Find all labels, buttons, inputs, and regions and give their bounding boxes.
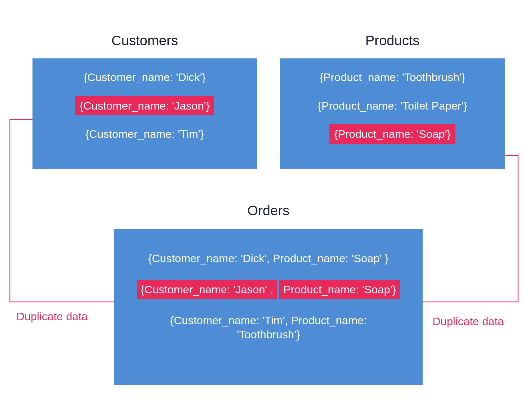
customers-row-0-wrap: {Customer_name: 'Dick'} <box>39 68 250 87</box>
customers-row-2: {Customer_name: 'Tim'} <box>81 124 208 144</box>
products-row-1: {Product_name: 'Toilet Paper'} <box>313 96 472 116</box>
orders-row-1-right: Product_name: 'Soap'} <box>279 280 400 299</box>
orders-row-0: {Customer_name: 'Dick', Product_name: 'S… <box>121 249 416 268</box>
customers-row-2-wrap: {Customer_name: 'Tim'} <box>39 124 250 144</box>
products-row-2: {Product_name: 'Soap'} <box>329 124 455 144</box>
orders-box: {Customer_name: 'Dick', Product_name: 'S… <box>114 229 423 385</box>
products-row-2-wrap: {Product_name: 'Soap'} <box>287 124 498 144</box>
customers-box: {Customer_name: 'Dick'} {Customer_name: … <box>32 58 257 169</box>
orders-row-1-left: {Customer_name: 'Jason' , <box>137 280 277 299</box>
diagram-canvas: Customers {Customer_name: 'Dick'} {Custo… <box>0 0 525 420</box>
orders-row-2: {Customer_name: 'Tim', Product_name: 'To… <box>121 311 416 344</box>
products-row-0-wrap: {Product_name: 'Toothbrush'} <box>287 68 498 87</box>
products-title: Products <box>280 33 505 49</box>
duplicate-label-right: Duplicate data <box>432 315 504 328</box>
orders-row-0-text: {Customer_name: 'Dick', Product_name: 'S… <box>144 249 393 268</box>
customers-title: Customers <box>32 33 257 49</box>
customers-row-1-wrap: {Customer_name: 'Jason'} <box>39 96 250 116</box>
products-row-0: {Product_name: 'Toothbrush'} <box>315 68 470 87</box>
products-box: {Product_name: 'Toothbrush'} {Product_na… <box>280 58 505 169</box>
orders-row-1: {Customer_name: 'Jason' , Product_name: … <box>121 280 416 299</box>
orders-title: Orders <box>114 203 423 219</box>
customers-row-0: {Customer_name: 'Dick'} <box>79 68 210 87</box>
products-row-1-wrap: {Product_name: 'Toilet Paper'} <box>287 96 498 116</box>
duplicate-label-left: Duplicate data <box>16 310 88 323</box>
orders-row-2-text: {Customer_name: 'Tim', Product_name: 'To… <box>154 311 383 344</box>
customers-row-1: {Customer_name: 'Jason'} <box>75 96 215 116</box>
